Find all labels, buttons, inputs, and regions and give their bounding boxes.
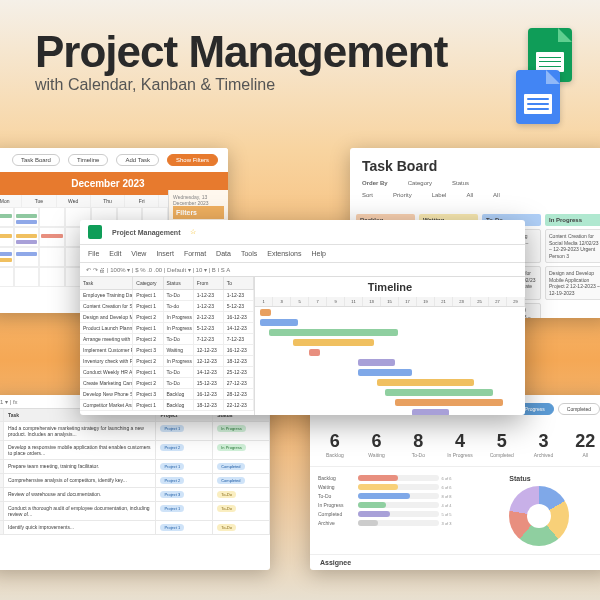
page-title: Project Management [35,30,565,74]
kanban-card[interactable]: Content Creation for Social Media 12/02/… [545,229,600,263]
assignee-heading: Assignee [310,554,600,570]
tab-completed[interactable]: Completed [558,403,600,415]
doc-title[interactable]: Project Management [112,229,180,236]
current-date: Wednesday, 13 December 2023 [173,194,224,206]
docs-icon [516,70,560,124]
task-board-button[interactable]: Task Board [12,154,60,166]
filters-heading: Filters [173,206,224,219]
task-list-screenshot: A1 ▾ | fx Task ProjectStatus 4Had a comp… [0,395,270,570]
timeline-screenshot: Project Management ☆ FileEditView Insert… [80,220,525,415]
kanban-card[interactable]: Design and Develop Mobile Application Pr… [545,266,600,300]
app-icons [528,28,572,124]
timeline-button[interactable]: Timeline [68,154,108,166]
sheets-logo-icon [88,225,102,239]
add-task-button[interactable]: Add Task [116,154,159,166]
timeline-heading: Timeline [255,277,525,297]
dashboard-screenshot: Status All To-Do In Progress Completed 6… [310,395,600,570]
show-filters-button[interactable]: Show Filters [167,154,218,166]
gantt-chart [255,307,525,415]
status-donut-chart [509,486,569,546]
menu-bar[interactable]: FileEditView InsertFormatData ToolsExten… [80,245,525,263]
page-subtitle: with Calendar, Kanban & Timeline [35,76,565,94]
board-title: Task Board [362,158,598,174]
